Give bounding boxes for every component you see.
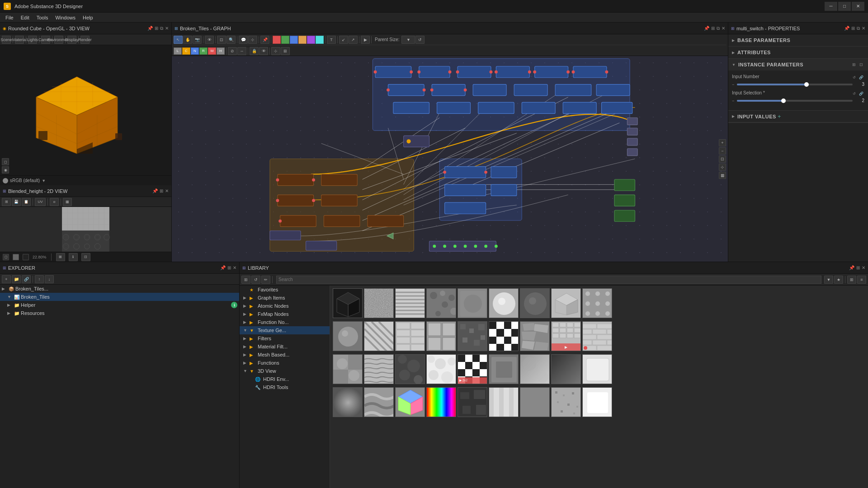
view2d-histogram-btn[interactable]: ▦ — [63, 198, 72, 206]
explorer-tb3[interactable]: 🔗 — [22, 275, 31, 283]
view2d-black-btn[interactable] — [23, 254, 29, 260]
material-btn[interactable]: Material — [15, 36, 24, 44]
menu-edit[interactable]: Edit — [17, 13, 33, 23]
tb-output-btn[interactable]: ↗ — [349, 36, 358, 44]
lib-item-material-filt[interactable]: ▶ ▶ Material Filt... — [240, 343, 330, 351]
input-selection-link-btn[interactable]: 🔗 — [858, 90, 864, 97]
tb-text-btn[interactable]: T — [327, 36, 336, 44]
lib-tex-item-5[interactable] — [458, 288, 487, 318]
view2d-canvas[interactable] — [0, 207, 171, 252]
lib-tb3[interactable]: ✏ — [261, 276, 270, 284]
lib-tex-item-17[interactable]: ▶ — [551, 321, 581, 351]
graph-fit-btn[interactable]: ⊡ — [719, 155, 726, 163]
lib-item-mesh-based[interactable]: ▶ ▶ Mesh Based... — [240, 351, 330, 359]
lib-tex-item-6[interactable] — [489, 288, 519, 318]
lib-tex-item-26[interactable] — [551, 354, 581, 384]
input-number-link-btn[interactable]: 🔗 — [858, 74, 864, 80]
library-expand-icon[interactable]: ⊞ — [856, 265, 860, 270]
view2d-tb1[interactable]: ⊞ — [2, 198, 11, 206]
color-profile-selector[interactable]: sRGB (default) ▼ — [3, 178, 46, 183]
tb-preview-btn[interactable]: 👁 — [205, 36, 214, 44]
lib-tb1[interactable]: ⊞ — [241, 276, 250, 284]
lib-item-filters[interactable]: ▶ ▶ Filters — [240, 334, 330, 343]
tb-color-red[interactable] — [273, 36, 281, 44]
graph-float-icon[interactable]: ⧉ — [717, 26, 720, 31]
lib-tex-item-10[interactable] — [333, 321, 363, 351]
lib-tex-item-34[interactable] — [520, 387, 550, 417]
lib-tex-item-22[interactable] — [426, 354, 456, 384]
lib-tex-item-7[interactable] — [520, 288, 550, 318]
render-btn[interactable]: Render — [80, 36, 90, 44]
tb-mode-n[interactable]: N — [191, 47, 199, 55]
instance-params-icon1[interactable]: ⊞ — [851, 61, 857, 68]
library-pin-icon[interactable]: 📌 — [849, 265, 854, 270]
lib-tex-item-33[interactable] — [489, 387, 519, 417]
attributes-header[interactable]: ▶ ATTRIBUTES — [728, 47, 868, 58]
lib-tex-item-29[interactable] — [364, 387, 394, 417]
tb-pan-btn[interactable]: ✋ — [183, 36, 192, 44]
tb-color-blue[interactable] — [290, 36, 298, 44]
tb-parentsize-dropdown[interactable]: ▼ — [401, 36, 415, 44]
tb-zoom-fit[interactable]: ⊡ — [217, 36, 226, 44]
view3d-float-icon[interactable]: ⧉ — [160, 26, 163, 31]
graph-pin-icon[interactable]: 📌 — [704, 26, 709, 31]
input-selection-reset-btn[interactable]: ↺ — [851, 90, 857, 97]
tb-navigate[interactable]: ⊹ — [248, 36, 257, 44]
lib-tex-item-12[interactable] — [395, 321, 425, 351]
lib-tex-item-8[interactable] — [551, 288, 581, 318]
tb-mode-c[interactable]: C — [182, 47, 190, 55]
input-selection-thumb[interactable] — [781, 99, 786, 103]
lib-tex-item-4[interactable] — [426, 288, 456, 318]
view2d-uv-btn[interactable]: UV — [35, 198, 46, 206]
lib-item-function-no[interactable]: ▶ ▶ Function No... — [240, 318, 330, 326]
lib-tex-item-30[interactable] — [395, 387, 425, 417]
lib-item-favorites[interactable]: ★ Favorites — [240, 286, 330, 294]
explorer-tb4[interactable]: ↑ — [35, 275, 44, 283]
tb-zoom-in[interactable]: 🔍 — [226, 36, 236, 44]
menu-help[interactable]: Help — [79, 13, 97, 23]
tb-pin[interactable]: 📌 — [260, 36, 269, 44]
lib-tex-item-14[interactable] — [458, 321, 487, 351]
menu-file[interactable]: File — [2, 13, 17, 23]
maximize-button[interactable]: □ — [838, 2, 851, 11]
scene-btn[interactable]: Scene — [2, 36, 11, 44]
graph-canvas[interactable]: + − ⊡ ⊹ ▦ — [172, 56, 728, 262]
lib-tex-item-23[interactable]: ▶ 2x2 — [458, 354, 487, 384]
menu-tools[interactable]: Tools — [33, 13, 52, 23]
display-btn[interactable]: Display — [67, 36, 76, 44]
tree-item-broken-tiles-root[interactable]: ▶ 📦 Broken_Tiles... — [0, 285, 239, 293]
lib-tb2[interactable]: ↺ — [251, 276, 260, 284]
tb-lock[interactable]: 🔒 — [250, 47, 259, 55]
lib-tex-item-15[interactable] — [489, 321, 519, 351]
lib-tex-item-18[interactable] — [582, 321, 612, 351]
tb-refresh[interactable]: ↺ — [415, 36, 425, 44]
tb-color-cyan[interactable] — [316, 36, 324, 44]
explorer-expand-icon[interactable]: ⊞ — [227, 265, 231, 270]
input-number-reset-btn[interactable]: ↺ — [851, 74, 857, 80]
lib-tex-item-35[interactable] — [551, 387, 581, 417]
lib-item-3d-view[interactable]: ▼ ▼ 3D View — [240, 367, 330, 375]
view2d-tb3[interactable]: 📋 — [22, 198, 31, 206]
library-close-icon[interactable]: ✕ — [862, 265, 865, 270]
lib-item-texture-ge[interactable]: ▼ ▼ Texture Ge... — [240, 326, 330, 334]
tb-run-btn[interactable]: ▶ — [361, 36, 370, 44]
explorer-pin-icon[interactable]: 📌 — [220, 265, 226, 270]
tb-input-btn[interactable]: ↙ — [339, 36, 348, 44]
lib-tex-item-27[interactable] — [582, 354, 612, 384]
view2d-info-btn[interactable]: ℹ — [69, 253, 78, 261]
tb-eye[interactable]: 👁 — [259, 47, 268, 55]
view2d-checker-btn[interactable]: ◻ — [3, 254, 9, 260]
view3d-close-icon[interactable]: ✕ — [165, 26, 169, 31]
view2d-close-icon[interactable]: ✕ — [165, 188, 169, 193]
graph-minimap-btn[interactable]: ▦ — [719, 172, 726, 179]
tree-item-broken-tiles[interactable]: ▼ 📊 Broken_Tiles — [0, 293, 239, 301]
tree-item-resources[interactable]: ▶ 📁 Resources — [0, 309, 239, 317]
tb-extra1[interactable]: ⊹ — [271, 47, 280, 55]
view3d-pin-icon[interactable]: 📌 — [147, 26, 153, 31]
lib-tex-item-2[interactable] — [364, 288, 394, 318]
tb-mode-l[interactable]: L — [174, 47, 182, 55]
lib-filter-btn[interactable]: ▼ — [824, 276, 833, 284]
input-number-thumb[interactable] — [804, 82, 809, 87]
view2d-expand-icon[interactable]: ⊞ — [160, 188, 163, 193]
lib-tex-item-31[interactable] — [426, 387, 456, 417]
